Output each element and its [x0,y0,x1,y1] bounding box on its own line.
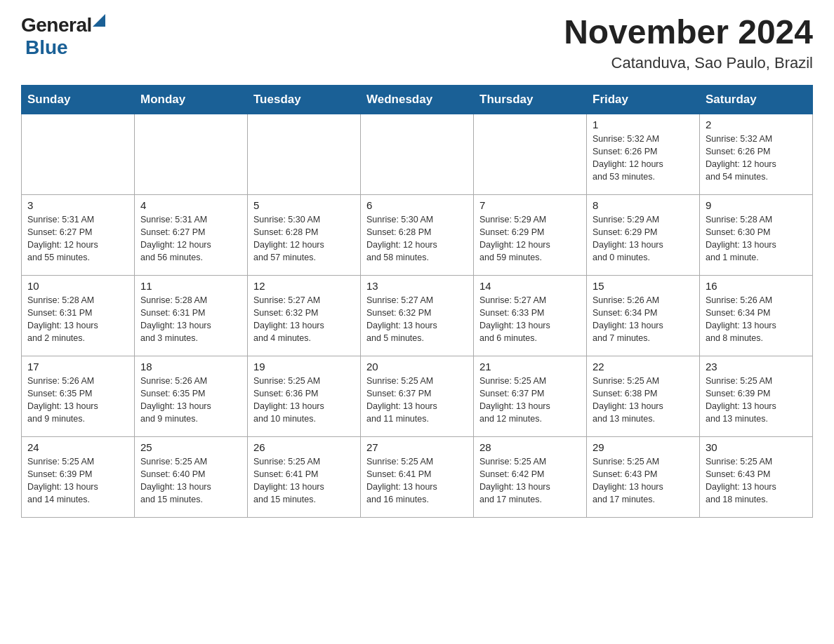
day-cell-0-4 [474,114,587,194]
day-cell-1-3: 6Sunrise: 5:30 AM Sunset: 6:28 PM Daylig… [361,194,474,275]
day-info: Sunrise: 5:25 AM Sunset: 6:37 PM Dayligh… [479,375,581,426]
day-number: 2 [706,119,807,130]
day-cell-2-3: 13Sunrise: 5:27 AM Sunset: 6:32 PM Dayli… [361,275,474,356]
day-cell-2-0: 10Sunrise: 5:28 AM Sunset: 6:31 PM Dayli… [22,275,135,356]
day-number: 13 [366,280,468,292]
day-number: 1 [593,119,694,130]
day-cell-3-2: 19Sunrise: 5:25 AM Sunset: 6:36 PM Dayli… [248,356,361,436]
day-cell-3-1: 18Sunrise: 5:26 AM Sunset: 6:35 PM Dayli… [135,356,248,436]
day-number: 12 [253,280,355,292]
day-info: Sunrise: 5:25 AM Sunset: 6:38 PM Dayligh… [593,375,694,426]
day-number: 30 [706,441,807,453]
day-number: 8 [593,199,694,211]
day-number: 18 [140,361,241,373]
day-number: 15 [593,280,694,292]
day-number: 14 [479,280,581,292]
page-subtitle: Catanduva, Sao Paulo, Brazil [564,54,813,72]
header-thursday: Thursday [474,85,587,114]
day-info: Sunrise: 5:25 AM Sunset: 6:36 PM Dayligh… [253,375,355,426]
day-cell-4-1: 25Sunrise: 5:25 AM Sunset: 6:40 PM Dayli… [135,436,248,517]
day-info: Sunrise: 5:27 AM Sunset: 6:33 PM Dayligh… [479,294,581,345]
day-info: Sunrise: 5:25 AM Sunset: 6:41 PM Dayligh… [366,455,468,507]
day-cell-0-5: 1Sunrise: 5:32 AM Sunset: 6:26 PM Daylig… [587,114,700,194]
day-info: Sunrise: 5:25 AM Sunset: 6:40 PM Dayligh… [140,455,241,507]
day-cell-1-6: 9Sunrise: 5:28 AM Sunset: 6:30 PM Daylig… [700,194,813,275]
day-number: 19 [253,361,355,373]
day-info: Sunrise: 5:26 AM Sunset: 6:34 PM Dayligh… [706,294,807,345]
day-cell-0-2 [248,114,361,194]
header-monday: Monday [135,85,248,114]
day-cell-1-4: 7Sunrise: 5:29 AM Sunset: 6:29 PM Daylig… [474,194,587,275]
day-cell-1-2: 5Sunrise: 5:30 AM Sunset: 6:28 PM Daylig… [248,194,361,275]
day-info: Sunrise: 5:25 AM Sunset: 6:43 PM Dayligh… [706,455,807,507]
day-info: Sunrise: 5:25 AM Sunset: 6:43 PM Dayligh… [593,455,694,507]
logo: General Blue [21,14,105,59]
title-block: November 2024 Catanduva, Sao Paulo, Braz… [564,14,813,72]
day-info: Sunrise: 5:28 AM Sunset: 6:31 PM Dayligh… [27,294,128,345]
day-info: Sunrise: 5:30 AM Sunset: 6:28 PM Dayligh… [366,213,468,264]
day-number: 4 [140,199,241,211]
day-number: 10 [27,280,128,292]
header-saturday: Saturday [700,85,813,114]
week-row-1: 1Sunrise: 5:32 AM Sunset: 6:26 PM Daylig… [22,114,813,194]
day-number: 5 [253,199,355,211]
day-cell-3-4: 21Sunrise: 5:25 AM Sunset: 6:37 PM Dayli… [474,356,587,436]
page-header: General Blue November 2024 Catanduva, Sa… [21,14,813,72]
day-info: Sunrise: 5:27 AM Sunset: 6:32 PM Dayligh… [253,294,355,345]
day-number: 7 [479,199,581,211]
day-info: Sunrise: 5:25 AM Sunset: 6:37 PM Dayligh… [366,375,468,426]
day-info: Sunrise: 5:25 AM Sunset: 6:42 PM Dayligh… [479,455,581,507]
day-cell-1-5: 8Sunrise: 5:29 AM Sunset: 6:29 PM Daylig… [587,194,700,275]
day-cell-4-3: 27Sunrise: 5:25 AM Sunset: 6:41 PM Dayli… [361,436,474,517]
day-number: 20 [366,361,468,373]
day-number: 21 [479,361,581,373]
day-info: Sunrise: 5:25 AM Sunset: 6:39 PM Dayligh… [27,455,128,507]
day-info: Sunrise: 5:32 AM Sunset: 6:26 PM Dayligh… [593,133,694,184]
day-cell-2-5: 15Sunrise: 5:26 AM Sunset: 6:34 PM Dayli… [587,275,700,356]
day-number: 28 [479,441,581,453]
header-tuesday: Tuesday [248,85,361,114]
day-number: 6 [366,199,468,211]
day-number: 25 [140,441,241,453]
day-cell-3-5: 22Sunrise: 5:25 AM Sunset: 6:38 PM Dayli… [587,356,700,436]
day-number: 22 [593,361,694,373]
day-cell-4-6: 30Sunrise: 5:25 AM Sunset: 6:43 PM Dayli… [700,436,813,517]
day-cell-2-2: 12Sunrise: 5:27 AM Sunset: 6:32 PM Dayli… [248,275,361,356]
day-number: 26 [253,441,355,453]
day-info: Sunrise: 5:26 AM Sunset: 6:35 PM Dayligh… [140,375,241,426]
weekday-header-row: Sunday Monday Tuesday Wednesday Thursday… [22,85,813,114]
day-cell-2-4: 14Sunrise: 5:27 AM Sunset: 6:33 PM Dayli… [474,275,587,356]
day-cell-0-0 [22,114,135,194]
page-title: November 2024 [564,14,813,51]
day-info: Sunrise: 5:29 AM Sunset: 6:29 PM Dayligh… [593,213,694,264]
day-info: Sunrise: 5:28 AM Sunset: 6:31 PM Dayligh… [140,294,241,345]
day-cell-2-1: 11Sunrise: 5:28 AM Sunset: 6:31 PM Dayli… [135,275,248,356]
logo-triangle-icon [93,14,105,27]
day-info: Sunrise: 5:32 AM Sunset: 6:26 PM Dayligh… [706,133,807,184]
calendar-table: Sunday Monday Tuesday Wednesday Thursday… [21,85,813,518]
day-number: 29 [593,441,694,453]
day-number: 23 [706,361,807,373]
day-info: Sunrise: 5:27 AM Sunset: 6:32 PM Dayligh… [366,294,468,345]
day-info: Sunrise: 5:25 AM Sunset: 6:41 PM Dayligh… [253,455,355,507]
day-number: 17 [27,361,128,373]
day-cell-1-1: 4Sunrise: 5:31 AM Sunset: 6:27 PM Daylig… [135,194,248,275]
day-cell-0-3 [361,114,474,194]
day-cell-4-4: 28Sunrise: 5:25 AM Sunset: 6:42 PM Dayli… [474,436,587,517]
day-cell-4-2: 26Sunrise: 5:25 AM Sunset: 6:41 PM Dayli… [248,436,361,517]
day-number: 9 [706,199,807,211]
day-cell-0-6: 2Sunrise: 5:32 AM Sunset: 6:26 PM Daylig… [700,114,813,194]
day-info: Sunrise: 5:26 AM Sunset: 6:35 PM Dayligh… [27,375,128,426]
week-row-3: 10Sunrise: 5:28 AM Sunset: 6:31 PM Dayli… [22,275,813,356]
week-row-4: 17Sunrise: 5:26 AM Sunset: 6:35 PM Dayli… [22,356,813,436]
header-friday: Friday [587,85,700,114]
day-number: 16 [706,280,807,292]
day-info: Sunrise: 5:31 AM Sunset: 6:27 PM Dayligh… [27,213,128,264]
day-cell-2-6: 16Sunrise: 5:26 AM Sunset: 6:34 PM Dayli… [700,275,813,356]
week-row-2: 3Sunrise: 5:31 AM Sunset: 6:27 PM Daylig… [22,194,813,275]
day-cell-3-3: 20Sunrise: 5:25 AM Sunset: 6:37 PM Dayli… [361,356,474,436]
day-info: Sunrise: 5:29 AM Sunset: 6:29 PM Dayligh… [479,213,581,264]
day-number: 3 [27,199,128,211]
day-cell-3-0: 17Sunrise: 5:26 AM Sunset: 6:35 PM Dayli… [22,356,135,436]
day-info: Sunrise: 5:30 AM Sunset: 6:28 PM Dayligh… [253,213,355,264]
